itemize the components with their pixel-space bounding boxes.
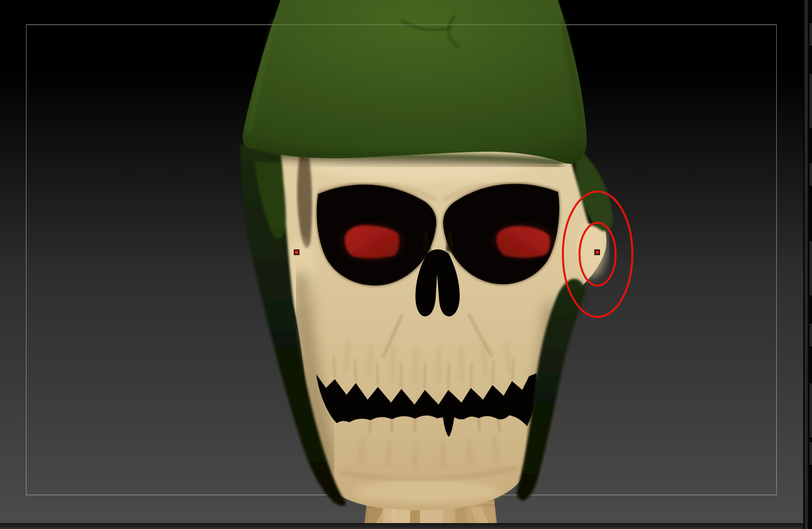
brush-anchor-point <box>295 250 299 255</box>
sculpt-app-window <box>0 0 812 529</box>
tray-divider-notch <box>810 163 812 186</box>
tray-divider-notch <box>810 73 812 128</box>
bottom-edge-bar <box>0 523 812 529</box>
tray-divider-notch <box>810 23 812 46</box>
brush-cursor-overlay <box>0 0 812 529</box>
tray-divider-notch <box>810 323 812 347</box>
tray-divider-notch <box>810 241 812 296</box>
tray-divider-notch <box>810 383 812 438</box>
brush-center-point <box>595 250 600 255</box>
tray-divider-bar[interactable] <box>804 0 808 529</box>
tray-divider-notch <box>810 442 812 465</box>
right-tray-divider[interactable] <box>803 0 812 529</box>
